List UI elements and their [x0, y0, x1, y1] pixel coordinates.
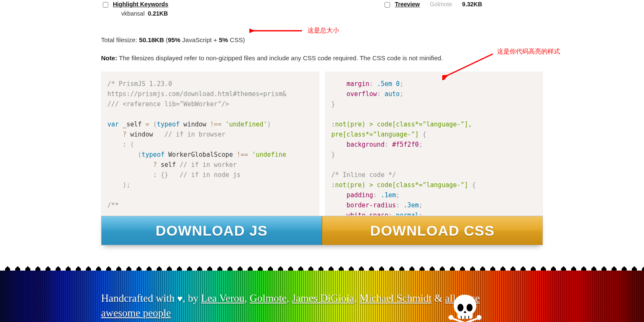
code-preview-panes: /* PrismJS 1.23.0 https://prismjs.com/do…: [101, 72, 543, 216]
svg-point-4: [449, 316, 452, 319]
plugin-highlight-keywords: Highlight Keywords: [101, 1, 168, 9]
note-label: Note:: [101, 54, 117, 62]
svg-point-5: [478, 316, 481, 319]
svg-point-9: [467, 304, 473, 311]
plugin-treeview: Treeview Golmote 9.32KB: [383, 1, 482, 9]
css-code: margin: .5em 0; overflow: auto; } :not(p…: [326, 72, 543, 216]
plugin-row: Highlight Keywords vkbansal 0.21KB Treev…: [101, 0, 543, 17]
heart-icon: ♥: [177, 293, 182, 304]
total-size: 50.18KB: [139, 36, 164, 43]
svg-point-8: [457, 304, 463, 311]
footer-link-michael-schmidt[interactable]: Michael Schmidt: [359, 292, 432, 304]
css-code-pane[interactable]: margin: .5em 0; overflow: auto; } :not(p…: [325, 72, 543, 216]
plugin-author: vkbansal: [121, 10, 144, 17]
footer-zigzag: [0, 263, 644, 271]
plugin-size: 0.21KB: [148, 10, 168, 17]
plugin-meta: vkbansal 0.21KB: [121, 10, 168, 17]
download-js-button[interactable]: DOWNLOAD JS: [102, 216, 322, 245]
filesize-note: Note: The filesizes displayed refer to n…: [101, 54, 543, 62]
js-code: /* PrismJS 1.23.0 https://prismjs.com/do…: [102, 72, 319, 216]
total-prefix: Total filesize:: [101, 36, 139, 43]
footer: Handcrafted with ♥, by Lea Verou, Golmot…: [0, 271, 644, 322]
footer-link-lea-verou[interactable]: Lea Verou: [201, 292, 244, 304]
js-code-pane[interactable]: /* PrismJS 1.23.0 https://prismjs.com/do…: [101, 72, 319, 216]
plugin-size: 9.32KB: [462, 1, 482, 8]
total-css-pct: 5%: [219, 36, 228, 43]
plugin-name[interactable]: Highlight Keywords: [113, 1, 168, 8]
footer-link-golmote[interactable]: Golmote: [250, 292, 287, 304]
footer-credits: Handcrafted with ♥, by Lea Verou, Golmot…: [101, 291, 484, 320]
plugin-checkbox-treeview[interactable]: [385, 2, 390, 8]
plugin-author: Golmote: [430, 1, 452, 8]
note-text: The filesizes displayed refer to non-giz…: [117, 54, 443, 62]
download-css-button[interactable]: DOWNLOAD CSS: [322, 216, 542, 245]
download-buttons: DOWNLOAD JS DOWNLOAD CSS: [101, 216, 543, 245]
total-js-pct: 95%: [168, 36, 180, 43]
plugin-name[interactable]: Treeview: [395, 1, 420, 8]
footer-link-james-digioia[interactable]: James DiGioia: [292, 292, 354, 304]
plugin-checkbox-highlight-keywords[interactable]: [103, 2, 108, 8]
total-filesize-line: Total filesize: 50.18KB (95% JavaScript …: [101, 36, 543, 43]
skull-crossbones-icon: [446, 292, 484, 322]
